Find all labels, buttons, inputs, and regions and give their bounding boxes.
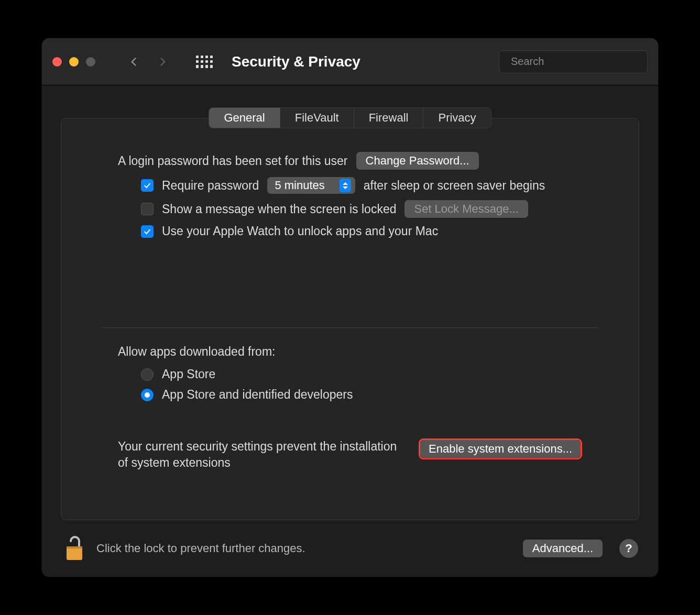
tab-general[interactable]: General <box>209 108 280 128</box>
advanced-button[interactable]: Advanced... <box>523 540 603 557</box>
forward-button <box>152 51 173 72</box>
show-message-checkbox[interactable] <box>141 203 154 215</box>
require-password-label-after: after sleep or screen saver begins <box>364 179 545 193</box>
show-message-label: Show a message when the screen is locked <box>162 202 396 216</box>
show-all-icon[interactable] <box>196 56 213 68</box>
footer: Click the lock to prevent further change… <box>42 520 658 577</box>
require-password-delay-value: 5 minutes <box>275 179 324 192</box>
svg-rect-3 <box>67 546 82 548</box>
search-input[interactable] <box>511 56 643 68</box>
apple-watch-label: Use your Apple Watch to unlock apps and … <box>162 224 438 238</box>
require-password-delay-select[interactable]: 5 minutes <box>267 177 355 194</box>
login-password-label: A login password has been set for this u… <box>118 154 348 168</box>
extensions-warning-text: Your current security settings prevent t… <box>118 438 403 471</box>
content-area: General FileVault Firewall Privacy A log… <box>42 85 658 520</box>
minimize-window-button[interactable] <box>69 57 79 67</box>
allow-apps-label: Allow apps downloaded from: <box>118 345 582 359</box>
allow-apps-radio-identified[interactable] <box>141 389 154 401</box>
toolbar: Security & Privacy <box>42 38 658 85</box>
enable-system-extensions-button[interactable]: Enable system extensions... <box>420 440 581 458</box>
lock-hint-text: Click the lock to prevent further change… <box>96 542 513 555</box>
allow-apps-radio-appstore[interactable] <box>141 368 154 381</box>
require-password-label-before: Require password <box>162 179 259 193</box>
tab-filevault[interactable]: FileVault <box>280 108 354 128</box>
close-window-button[interactable] <box>52 57 62 67</box>
preferences-window: Security & Privacy General FileVault Fir… <box>42 38 658 577</box>
zoom-window-button <box>86 57 95 67</box>
tab-privacy[interactable]: Privacy <box>423 108 490 128</box>
allow-apps-option-appstore: App Store <box>162 367 215 381</box>
enable-extensions-highlight: Enable system extensions... <box>419 438 582 459</box>
general-pane: A login password has been set for this u… <box>61 118 639 520</box>
allow-apps-option-identified: App Store and identified developers <box>162 388 353 402</box>
page-title: Security & Privacy <box>232 53 360 70</box>
change-password-button[interactable]: Change Password... <box>356 152 479 170</box>
tab-bar: General FileVault Firewall Privacy <box>209 107 491 128</box>
apple-watch-checkbox[interactable] <box>141 225 154 238</box>
window-controls <box>52 57 95 67</box>
back-button[interactable] <box>124 51 145 72</box>
set-lock-message-button[interactable]: Set Lock Message... <box>404 200 528 218</box>
divider <box>102 327 598 328</box>
lock-button[interactable] <box>62 535 87 562</box>
search-field[interactable] <box>499 50 648 73</box>
chevron-up-down-icon <box>340 179 351 192</box>
lock-open-icon <box>64 535 85 562</box>
help-button[interactable]: ? <box>619 539 638 558</box>
tab-firewall[interactable]: Firewall <box>354 108 424 128</box>
require-password-checkbox[interactable] <box>141 179 154 192</box>
